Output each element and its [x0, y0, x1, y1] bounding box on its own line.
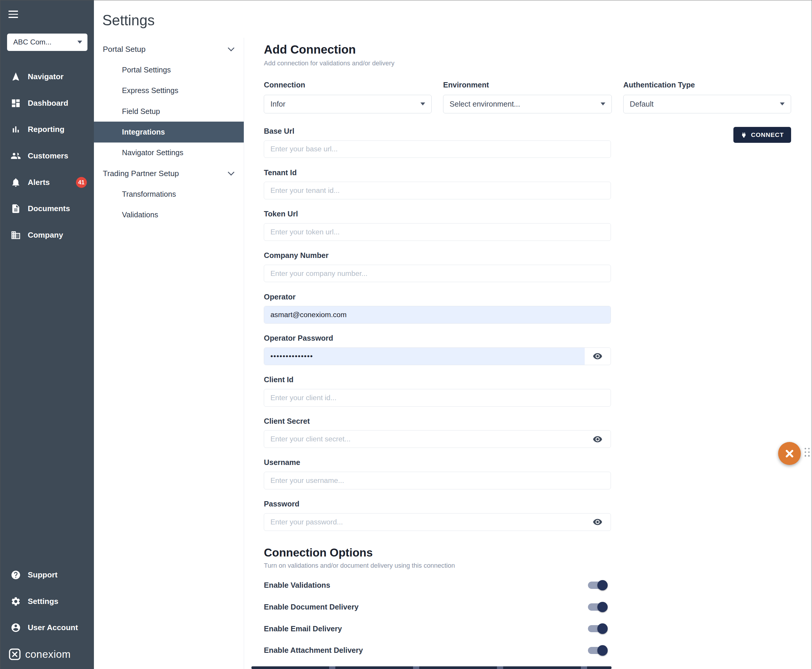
sidebar-nav: Navigator Dashboard Reporting Customers …	[0, 64, 94, 249]
page-title: Settings	[103, 12, 812, 29]
sidebar-footer: Support Settings User Account conexiom	[0, 562, 94, 669]
chevron-down-icon	[228, 169, 234, 175]
client-secret-visibility-button[interactable]	[585, 430, 610, 447]
eye-icon	[593, 351, 602, 361]
token-url-input[interactable]	[264, 223, 611, 241]
client-id-input[interactable]	[264, 389, 611, 407]
documents-icon	[11, 203, 21, 214]
sidebar-item-navigator[interactable]: Navigator	[0, 64, 94, 90]
settings-nav: Portal Setup Portal Settings Express Set…	[94, 38, 244, 669]
connection-select[interactable]: Infor	[264, 95, 432, 113]
chevron-down-icon	[228, 44, 234, 51]
enable-validations-label: Enable Validations	[264, 581, 330, 590]
password-input[interactable]	[264, 514, 585, 531]
chevron-down-icon	[77, 40, 82, 44]
dashboard-icon	[11, 98, 21, 108]
operator-label: Operator	[264, 293, 611, 301]
enable-document-delivery-toggle[interactable]	[588, 603, 607, 611]
settings-nav-item-transformations[interactable]: Transformations	[94, 184, 244, 204]
company-icon	[11, 230, 21, 240]
enable-email-delivery-toggle[interactable]	[588, 625, 607, 632]
alerts-icon	[11, 177, 21, 188]
sidebar-item-alerts[interactable]: Alerts 41	[0, 169, 94, 195]
settings-nav-item-field-setup[interactable]: Field Setup	[94, 101, 244, 122]
password-visibility-button[interactable]	[585, 514, 610, 531]
operator-password-label: Operator Password	[264, 334, 611, 343]
environment-select-value: Select environment...	[450, 100, 520, 108]
authentication-type-label: Authentication Type	[623, 81, 791, 89]
user-icon	[11, 622, 21, 633]
company-selector[interactable]: ABC Com...	[7, 34, 87, 51]
sidebar-item-customers[interactable]: Customers	[0, 143, 94, 169]
password-label: Password	[264, 500, 611, 509]
logo-text: conexiom	[25, 649, 71, 660]
tenant-id-input[interactable]	[264, 182, 611, 199]
settings-nav-section-trading-partner-setup[interactable]: Trading Partner Setup	[94, 163, 244, 184]
company-number-label: Company Number	[264, 251, 611, 260]
authentication-type-select[interactable]: Default	[623, 95, 791, 113]
connection-select-value: Infor	[270, 100, 285, 108]
app-window: ABC Com... Navigator Dashboard Reporting…	[0, 0, 812, 669]
operator-input[interactable]	[264, 306, 610, 323]
conexiom-widget-button[interactable]	[778, 442, 801, 465]
sidebar-item-label: Support	[28, 570, 57, 580]
form-title: Add Connection	[264, 42, 812, 57]
token-url-label: Token Url	[264, 210, 611, 219]
hamburger-icon	[8, 11, 18, 12]
cutoff-element	[251, 666, 612, 669]
chevron-down-icon	[420, 103, 425, 106]
sidebar-item-label: Company	[28, 230, 63, 240]
chevron-down-icon	[600, 103, 605, 106]
username-label: Username	[264, 458, 611, 467]
company-selector-value: ABC Com...	[13, 38, 52, 46]
sidebar-item-label: Settings	[28, 597, 58, 606]
environment-label: Environment	[443, 81, 612, 89]
page-header: Settings	[94, 0, 812, 38]
operator-password-input[interactable]	[264, 348, 585, 365]
sidebar-item-label: Navigator	[28, 72, 64, 81]
enable-validations-toggle[interactable]	[588, 582, 607, 589]
menu-button[interactable]	[8, 8, 21, 20]
sidebar-item-label: Customers	[28, 151, 68, 160]
connect-button[interactable]: CONNECT	[733, 127, 791, 143]
connection-label: Connection	[264, 81, 432, 89]
settings-nav-item-express-settings[interactable]: Express Settings	[94, 81, 244, 101]
authentication-type-select-value: Default	[630, 100, 654, 108]
sidebar-item-reporting[interactable]: Reporting	[0, 116, 94, 143]
sidebar-item-company[interactable]: Company	[0, 222, 94, 249]
connect-button-label: CONNECT	[751, 131, 784, 138]
enable-attachment-delivery-label: Enable Attachment Delivery	[264, 646, 363, 655]
settings-nav-section-portal-setup[interactable]: Portal Setup	[94, 39, 244, 59]
widget-drag-handle[interactable]	[805, 448, 810, 457]
company-number-input[interactable]	[264, 265, 611, 282]
main-area: Settings Portal Setup Portal Settings Ex…	[94, 0, 812, 669]
client-secret-input[interactable]	[264, 430, 585, 447]
username-input[interactable]	[264, 472, 611, 489]
sidebar-item-support[interactable]: Support	[0, 562, 94, 588]
navigator-icon	[11, 72, 21, 82]
reporting-icon	[11, 124, 21, 134]
operator-password-visibility-button[interactable]	[585, 348, 610, 365]
settings-nav-item-portal-settings[interactable]: Portal Settings	[94, 59, 244, 80]
sidebar-item-label: Alerts	[28, 178, 50, 187]
settings-nav-item-validations[interactable]: Validations	[94, 205, 244, 225]
sidebar-item-label: Reporting	[28, 125, 64, 134]
base-url-input[interactable]	[264, 140, 611, 158]
sidebar-item-user-account[interactable]: User Account	[0, 615, 94, 641]
enable-attachment-delivery-toggle[interactable]	[588, 647, 607, 654]
enable-email-delivery-label: Enable Email Delivery	[264, 625, 342, 633]
environment-select[interactable]: Select environment...	[443, 95, 612, 113]
gear-icon	[11, 596, 21, 607]
settings-nav-item-integrations[interactable]: Integrations	[94, 122, 244, 142]
sidebar-item-documents[interactable]: Documents	[0, 195, 94, 222]
customers-icon	[11, 151, 21, 161]
section-label: Trading Partner Setup	[103, 169, 179, 178]
base-url-label: Base Url	[264, 127, 611, 136]
sidebar-item-dashboard[interactable]: Dashboard	[0, 90, 94, 116]
x-icon	[784, 449, 795, 459]
connection-options-title: Connection Options	[264, 545, 812, 560]
tenant-id-label: Tenant Id	[264, 168, 611, 177]
sidebar-item-settings[interactable]: Settings	[0, 588, 94, 615]
section-label: Portal Setup	[103, 45, 145, 54]
settings-nav-item-navigator-settings[interactable]: Navigator Settings	[94, 143, 244, 163]
